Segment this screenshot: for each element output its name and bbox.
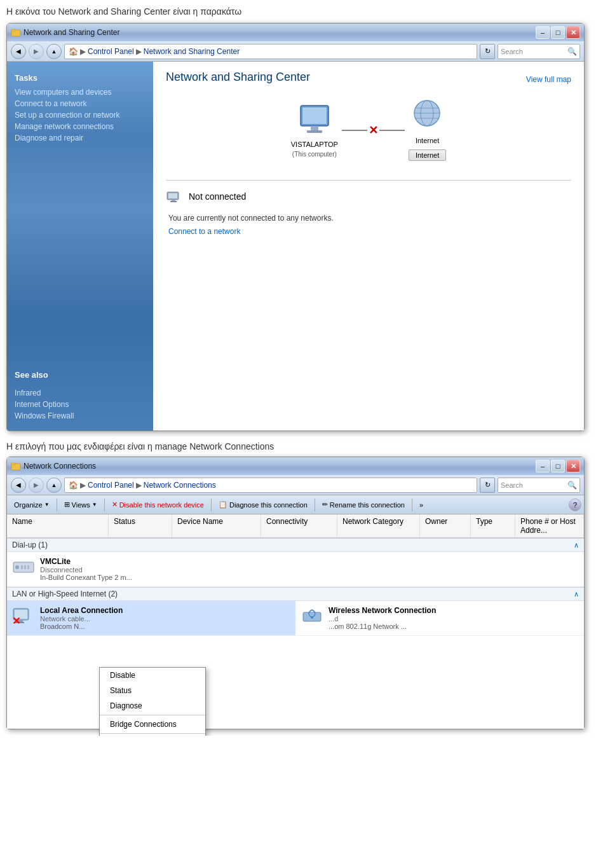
computer-node: VISTALAPTOP (This computer) bbox=[291, 103, 338, 158]
breadcrumb-network-connections[interactable]: Network Connections bbox=[144, 481, 216, 490]
ctx-sep-2 bbox=[100, 733, 205, 734]
ctx-disable[interactable]: Disable bbox=[100, 668, 205, 683]
refresh-button-1[interactable]: ↻ bbox=[480, 44, 495, 59]
breadcrumb-home-icon-2: 🏠 bbox=[69, 481, 78, 490]
breadcrumb-1[interactable]: 🏠 ▶ Control Panel ▶ Network and Sharing … bbox=[64, 44, 477, 59]
internet-label: Internet bbox=[416, 137, 439, 144]
col-name[interactable]: Name bbox=[7, 514, 109, 537]
organize-button[interactable]: Organize ▼ bbox=[10, 499, 54, 511]
back-button-1[interactable]: ◀ bbox=[11, 44, 26, 59]
conn-item-vmclite[interactable]: VMCLite Disconnected In-Build Conexant T… bbox=[7, 552, 584, 587]
search-icon-1: 🔍 bbox=[567, 47, 577, 56]
network-map: VISTALAPTOP (This computer) ✕ bbox=[166, 93, 571, 174]
group-expand-dialup[interactable]: ∧ bbox=[574, 541, 579, 549]
views-icon: ⊞ bbox=[64, 500, 70, 509]
page-heading-2: Η επιλογή που μας ενδιαφέρει είναι η man… bbox=[6, 441, 604, 451]
close-button-2[interactable]: ✕ bbox=[566, 460, 580, 472]
sidebar-link-setup-connection[interactable]: Set up a connection or network bbox=[15, 109, 146, 121]
title-bar-text-2: Network Connections bbox=[24, 462, 96, 471]
breadcrumb-2[interactable]: 🏠 ▶ Control Panel ▶ Network Connections bbox=[64, 478, 477, 493]
computer-label: VISTALAPTOP bbox=[291, 141, 338, 148]
ctx-diagnose[interactable]: Diagnose bbox=[100, 698, 205, 713]
views-button[interactable]: ⊞ Views ▼ bbox=[60, 499, 102, 511]
close-button-1[interactable]: ✕ bbox=[566, 26, 580, 39]
conn-item-wireless[interactable]: Wireless Network Connection ...d ...om 8… bbox=[295, 601, 584, 636]
maximize-button-2[interactable]: □ bbox=[551, 460, 565, 472]
ctx-create-shortcut[interactable]: Create Shortcut bbox=[100, 735, 205, 736]
back-button-2[interactable]: ◀ bbox=[11, 478, 26, 493]
minimize-button-1[interactable]: – bbox=[536, 26, 550, 39]
local-area-name: Local Area Connection bbox=[40, 606, 290, 615]
info-section: You are currently not connected to any n… bbox=[166, 214, 571, 236]
main-title-1: Network and Sharing Center bbox=[166, 71, 571, 84]
group-expand-lan[interactable]: ∧ bbox=[574, 590, 579, 598]
svg-rect-4 bbox=[311, 126, 318, 131]
wireless-adapter-icon bbox=[301, 606, 323, 626]
svg-rect-16 bbox=[11, 463, 15, 465]
sidebar-link-view-computers[interactable]: View computers and devices bbox=[15, 86, 146, 98]
title-bar-1: Network and Sharing Center – □ ✕ bbox=[7, 24, 584, 41]
internet-node: Internet Internet bbox=[409, 99, 446, 161]
globe-icon bbox=[410, 99, 445, 134]
local-area-info: Local Area Connection Network cable... B… bbox=[40, 606, 290, 630]
not-connected-text: Not connected bbox=[189, 191, 246, 202]
wireless-name: Wireless Network Connection bbox=[329, 606, 579, 615]
folder-icon-2 bbox=[11, 461, 21, 471]
refresh-button-2[interactable]: ↻ bbox=[480, 478, 495, 493]
breadcrumb-network-sharing[interactable]: Network and Sharing Center bbox=[144, 47, 240, 56]
connect-to-network-link[interactable]: Connect to a network bbox=[168, 227, 240, 236]
maximize-button-1[interactable]: □ bbox=[551, 26, 565, 39]
line-left bbox=[342, 130, 367, 131]
svg-rect-21 bbox=[27, 565, 29, 569]
sidebar-see-also-section: See also Infrared Internet Options Windo… bbox=[7, 368, 153, 424]
col-device-name[interactable]: Device Name bbox=[172, 514, 261, 537]
network-sharing-center-window: Network and Sharing Center – □ ✕ ◀ ▶ ▲ 🏠… bbox=[6, 23, 585, 431]
conn-item-local-area[interactable]: ✕ Local Area Connection Network cable...… bbox=[7, 601, 295, 636]
computer-icon bbox=[295, 103, 334, 138]
search-box-2[interactable]: Search 🔍 bbox=[498, 478, 580, 493]
ctx-bridge[interactable]: Bridge Connections bbox=[100, 717, 205, 732]
svg-rect-19 bbox=[21, 565, 23, 569]
up-button-1[interactable]: ▲ bbox=[46, 44, 62, 59]
forward-button-1[interactable]: ▶ bbox=[29, 44, 44, 59]
sidebar-1: Tasks View computers and devices Connect… bbox=[7, 62, 153, 431]
breadcrumb-control-panel-2[interactable]: Control Panel bbox=[88, 481, 134, 490]
search-box-1[interactable]: Search 🔍 bbox=[498, 44, 580, 59]
col-type[interactable]: Type bbox=[471, 514, 515, 537]
ctx-status[interactable]: Status bbox=[100, 683, 205, 698]
minimize-button-2[interactable]: – bbox=[536, 460, 550, 472]
more-button[interactable]: » bbox=[415, 499, 428, 511]
disable-button[interactable]: ✕ Disable this network device bbox=[107, 499, 208, 511]
network-list: Dial-up (1) ∧ VMCLite Disconnected In-Bu… bbox=[7, 538, 584, 729]
toolbar-sep-3 bbox=[211, 499, 212, 511]
ctx-sep-1 bbox=[100, 715, 205, 715]
up-button-2[interactable]: ▲ bbox=[46, 478, 62, 493]
toolbar-sep-4 bbox=[315, 499, 315, 511]
group-header-dialup: Dial-up (1) ∧ bbox=[7, 538, 584, 552]
sidebar-link-internet-options[interactable]: Internet Options bbox=[15, 399, 146, 410]
col-phone[interactable]: Phone # or Host Addre... bbox=[515, 514, 584, 537]
disable-icon: ✕ bbox=[112, 500, 118, 509]
col-network-category[interactable]: Network Category bbox=[337, 514, 420, 537]
internet-button[interactable]: Internet bbox=[409, 149, 446, 161]
rename-button[interactable]: ✏ Rename this connection bbox=[318, 499, 409, 511]
breadcrumb-control-panel[interactable]: Control Panel bbox=[88, 47, 134, 56]
folder-icon bbox=[11, 27, 21, 38]
sidebar-link-diagnose[interactable]: Diagnose and repair bbox=[15, 132, 146, 144]
window-body-1: Tasks View computers and devices Connect… bbox=[7, 62, 584, 431]
toolbar-sep-5 bbox=[412, 499, 412, 511]
view-full-map-link[interactable]: View full map bbox=[526, 75, 571, 84]
sidebar-link-infrared[interactable]: Infrared bbox=[15, 387, 146, 399]
col-connectivity[interactable]: Connectivity bbox=[261, 514, 337, 537]
wireless-device: ...om 802.11g Network ... bbox=[329, 623, 579, 630]
vmclite-name: VMCLite bbox=[40, 557, 579, 566]
col-status[interactable]: Status bbox=[109, 514, 172, 537]
help-button[interactable]: ? bbox=[569, 499, 581, 511]
sidebar-link-manage-connections[interactable]: Manage network connections bbox=[15, 121, 146, 132]
sidebar-link-windows-firewall[interactable]: Windows Firewall bbox=[15, 410, 146, 422]
col-owner[interactable]: Owner bbox=[420, 514, 471, 537]
sidebar-link-connect-network[interactable]: Connect to a network bbox=[15, 98, 146, 109]
diagnose-button[interactable]: 📋 Diagnose this connection bbox=[214, 499, 312, 511]
forward-button-2[interactable]: ▶ bbox=[29, 478, 44, 493]
vmclite-status: Disconnected bbox=[40, 566, 579, 574]
